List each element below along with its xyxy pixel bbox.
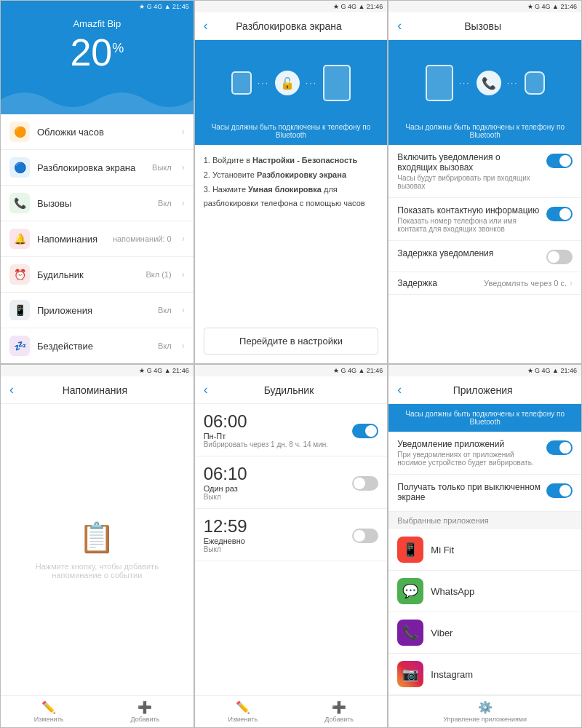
panel-apps: ★ G 4G ▲ 21:46 ‹ Приложения Часы должны … (388, 364, 582, 728)
menu-item-watch-faces[interactable]: 🟠 Обложки часов › (1, 114, 194, 150)
idle-icon: 💤 (9, 336, 30, 356)
app-item-mifit[interactable]: 📱 Mi Fit (388, 529, 581, 571)
app-item-viber[interactable]: 📞 Viber (388, 612, 581, 654)
edit-alarm-icon: ✏️ (236, 700, 250, 714)
status-bar-1: ★ G 4G ▲ 21:45 (1, 1, 194, 12)
watch-illus (525, 71, 545, 95)
toggle-delay: Задержка уведомления (388, 241, 581, 272)
status-bar-2: ★ G 4G ▲ 21:46 (195, 1, 388, 12)
panel5-header: ‹ Будильник (195, 376, 388, 404)
main-header: Amazfit Bip 20% (1, 12, 194, 114)
steps-area: 1. Войдите в Настройки - Безопасность 2.… (195, 145, 388, 320)
back-button-2[interactable]: ‹ (204, 18, 208, 33)
app-title: Amazfit Bip (9, 18, 185, 29)
go-to-settings-button[interactable]: Перейдите в настройки (204, 328, 379, 355)
nav-edit-reminders[interactable]: ✏️ Изменить (1, 699, 97, 724)
reminders-bottom-nav: ✏️ Изменить ➕ Добавить (1, 695, 194, 727)
nav-add-label: Добавить (131, 716, 160, 723)
panel2-header: ‹ Разблокировка экрана (195, 12, 388, 40)
alarm-list: 06:00 Пн-Пт Вибрировать через 1 дн. 8 ч.… (195, 404, 388, 695)
edit-icon: ✏️ (41, 700, 56, 714)
toggle-app-notif-switch[interactable] (546, 440, 573, 455)
toggle-incoming-calls: Включить уведомления о входящих вызовах … (388, 145, 581, 198)
unlock-illustration: ··· 🔓 ··· (195, 40, 388, 120)
panel6-header: ‹ Приложения (388, 376, 581, 404)
nav-edit-alarm-label: Изменить (228, 716, 258, 723)
nav-edit-alarms[interactable]: ✏️ Изменить (195, 699, 291, 724)
back-button-4[interactable]: ‹ (9, 382, 14, 397)
status-bar-6: ★ G 4G ▲ 21:46 (388, 365, 581, 376)
toggle-contact-info: Показать контактную информацию Показать … (388, 198, 581, 241)
lock-icon: 🔓 (275, 71, 300, 95)
panel-reminders: ★ G 4G ▲ 21:46 ‹ Напоминания 📋 Нажмите к… (0, 364, 194, 728)
toggle-app-notifications: Уведомление приложений При уведомлениях … (388, 432, 581, 475)
alarm-toggle-0[interactable] (352, 424, 378, 438)
wave-decoration (1, 85, 194, 114)
panel4-title: Напоминания (20, 384, 170, 396)
instagram-icon: 📷 (397, 661, 423, 687)
panel3-header: ‹ Вызовы (388, 12, 581, 40)
screen-unlock-icon: 🔵 (9, 157, 30, 178)
manage-apps-icon: ⚙️ (478, 700, 493, 714)
add-icon: ➕ (137, 700, 152, 714)
status-text-2: ★ G 4G ▲ 21:46 (333, 3, 383, 10)
status-bar-5: ★ G 4G ▲ 21:46 (195, 365, 388, 376)
battery-percent: 20% (9, 33, 185, 71)
unlock-notice: Часы должны быть подключены к телефону п… (195, 120, 388, 145)
menu-item-reminders[interactable]: 🔔 Напоминания напоминаний: 0 › (1, 221, 194, 257)
calls-toggles: Включить уведомления о входящих вызовах … (388, 145, 581, 363)
menu-item-alarm[interactable]: ⏰ Будильник Вкл (1) › (1, 257, 194, 293)
status-text-4: ★ G 4G ▲ 21:46 (139, 367, 188, 374)
back-button-3[interactable]: ‹ (397, 18, 402, 33)
status-text-3: ★ G 4G ▲ 21:46 (527, 3, 577, 10)
empty-reminder-text: Нажмите кнопку, чтобы добавить напоминан… (15, 562, 179, 579)
menu-item-apps[interactable]: 📱 Приложения Вкл › (1, 293, 194, 328)
panel-calls: ★ G 4G ▲ 21:46 ‹ Вызовы ··· 📞 ··· Часы д… (388, 0, 582, 364)
apps-icon: 📱 (9, 300, 30, 320)
back-button-6[interactable]: ‹ (397, 382, 402, 397)
nav-add-alarm[interactable]: ➕ Добавить (291, 699, 387, 724)
status-text-6: ★ G 4G ▲ 21:46 (527, 367, 577, 374)
alarm-toggle-1[interactable] (352, 476, 378, 491)
nav-add-reminder[interactable]: ➕ Добавить (97, 699, 193, 724)
add-alarm-icon: ➕ (332, 700, 346, 714)
status-text-5: ★ G 4G ▲ 21:46 (333, 367, 383, 374)
menu-item-idle[interactable]: 💤 Бездействие Вкл › (1, 328, 194, 363)
panel-screen-unlock: ★ G 4G ▲ 21:46 ‹ Разблокировка экрана ··… (194, 0, 388, 364)
toggle-screen-off-switch[interactable] (546, 483, 573, 498)
menu-item-screen-unlock[interactable]: 🔵 Разблокировка экрана Выкл › (1, 150, 194, 186)
delay-row: Задержка Уведомлять через 0 с. › (388, 272, 581, 295)
panel5-title: Будильник (214, 384, 364, 396)
app-item-whatsapp[interactable]: 💬 WhatsApp (388, 571, 581, 612)
empty-reminder-area: 📋 Нажмите кнопку, чтобы добавить напомин… (1, 404, 194, 695)
calls-illustration: ··· 📞 ··· (388, 40, 581, 120)
toggle-incoming-calls-switch[interactable] (546, 154, 573, 168)
viber-icon: 📞 (397, 620, 423, 646)
alarm-item-2: 12:59 Ежедневно Выкл (195, 509, 388, 561)
panel-amazfit-main: ★ G 4G ▲ 21:45 Amazfit Bip 20% 🟠 Обложки… (0, 0, 194, 364)
app-item-instagram[interactable]: 📷 Instagram (388, 654, 581, 695)
menu-item-calls[interactable]: 📞 Вызовы Вкл › (1, 186, 194, 221)
apps-content: Часы должны быть подключены к телефону п… (388, 404, 581, 695)
mifit-icon: 📱 (397, 537, 423, 563)
panel4-header: ‹ Напоминания (1, 376, 194, 404)
watch-faces-icon: 🟠 (9, 122, 30, 142)
apps-notice: Часы должны быть подключены к телефону п… (388, 404, 581, 432)
reminders-icon: 🔔 (9, 229, 30, 249)
panel2-title: Разблокировка экрана (214, 20, 364, 32)
whatsapp-icon: 💬 (397, 578, 423, 604)
toggle-delay-switch[interactable] (546, 250, 573, 264)
apps-bottom-nav: ⚙️ Управление приложениями (388, 695, 581, 727)
back-button-5[interactable]: ‹ (204, 382, 208, 397)
nav-add-alarm-label: Добавить (324, 716, 354, 723)
nav-manage-apps[interactable]: ⚙️ Управление приложениями (388, 699, 581, 724)
toggle-contact-info-switch[interactable] (546, 207, 573, 221)
phone-illus (426, 65, 453, 101)
alarm-bottom-nav: ✏️ Изменить ➕ Добавить (195, 695, 388, 727)
alarm-toggle-2[interactable] (352, 529, 378, 543)
empty-reminder-icon: 📋 (79, 521, 115, 555)
calls-icon: 📞 (9, 193, 30, 213)
alarm-item-0: 06:00 Пн-Пт Вибрировать через 1 дн. 8 ч.… (195, 404, 388, 456)
panel3-title: Вызовы (407, 20, 558, 32)
status-bar-4: ★ G 4G ▲ 21:46 (1, 365, 194, 376)
